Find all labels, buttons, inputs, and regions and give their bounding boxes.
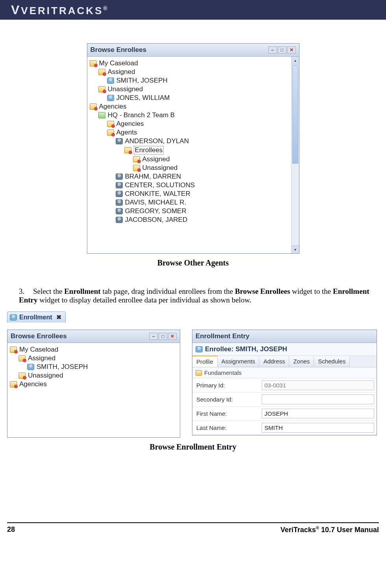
folder-icon — [133, 156, 140, 162]
tab-schedules[interactable]: Schedules — [314, 356, 350, 367]
tree-folder-enrollees-unassigned[interactable]: Unassigned — [133, 164, 290, 172]
tree-folder-assigned[interactable]: Assigned — [18, 354, 171, 363]
tree-folder-agents[interactable]: Agents — [107, 128, 290, 137]
tree-label-selected: Enrollees — [134, 146, 164, 155]
scroll-down-icon[interactable]: ▾ — [292, 245, 299, 253]
tree-label: Unassigned — [108, 85, 143, 93]
enrollee-tree[interactable]: My Caseload Assigned SMITH, JOSEPH Unass… — [89, 58, 299, 225]
step-text: widget to display detailed enrollee data… — [38, 296, 251, 304]
field-label: Primary Id: — [192, 379, 259, 391]
tree-agent-jacobson[interactable]: JACOBSON, JARED — [116, 216, 290, 224]
tree-label: ANDERSON, DYLAN — [125, 137, 189, 145]
tree-folder-sub-agencies[interactable]: Agencies — [107, 120, 290, 128]
tree-folder-enrollees-assigned[interactable]: Assigned — [133, 155, 290, 164]
close-icon[interactable]: ✕ — [168, 333, 177, 340]
step-text: widget to the — [290, 287, 333, 295]
brand-registered: ® — [103, 5, 107, 11]
agent-icon — [116, 208, 123, 214]
tab-assignments[interactable]: Assignments — [218, 356, 260, 367]
tab-label: Enrollment — [19, 314, 52, 321]
tree-agent-anderson[interactable]: ANDERSON, DYLAN — [116, 137, 290, 146]
first-name-input[interactable] — [262, 409, 374, 418]
tree-person-smith[interactable]: SMITH, JOSEPH — [27, 363, 171, 371]
tree-person-smith[interactable]: SMITH, JOSEPH — [107, 76, 290, 85]
tree-folder-unassigned[interactable]: Unassigned — [98, 85, 290, 94]
folder-icon — [124, 147, 131, 153]
panel-titlebar[interactable]: Browse Enrollees – □ ✕ — [7, 330, 180, 343]
step-text: tab page, drag individual enrollees from… — [101, 287, 235, 295]
enrollee-tree-small[interactable]: My Caseload Assigned SMITH, JOSEPH Unass… — [9, 345, 180, 389]
tree-label: GREGORY, SOMER — [125, 207, 187, 215]
tree-label: Agencies — [19, 380, 47, 388]
folder-icon — [98, 86, 105, 92]
folder-icon — [10, 381, 17, 387]
close-icon[interactable]: ✕ — [287, 46, 296, 53]
folder-icon — [107, 121, 114, 127]
tree-person-jones[interactable]: JONES, WILLIAM — [107, 94, 290, 102]
page-number: 28 — [7, 525, 15, 534]
step-bold: Browse Enrollees — [235, 287, 290, 295]
person-icon — [107, 77, 114, 84]
tree-folder-agencies[interactable]: Agencies — [10, 380, 171, 389]
scroll-thumb[interactable] — [292, 65, 298, 164]
tree-label: CENTER, SOLUTIONS — [125, 181, 195, 189]
tree-label: DAVIS, MICHAEL R. — [125, 199, 187, 206]
agent-icon — [116, 182, 123, 188]
primary-id-input — [262, 380, 374, 390]
vertical-scrollbar[interactable]: ▴ ▾ — [291, 57, 299, 253]
tab-close-icon[interactable]: ✖ — [56, 313, 61, 321]
tab-profile[interactable]: Profile — [192, 356, 218, 367]
folder-icon — [18, 372, 26, 379]
enrollment-tab[interactable]: Enrollment ✖ — [7, 312, 66, 323]
tree-agent-brahm[interactable]: BRAHM, DARREN — [116, 172, 290, 181]
minimize-icon[interactable]: – — [268, 46, 277, 53]
footer-product: VeriTracks® 10.7 User Manual — [281, 525, 379, 534]
tree-agent-center[interactable]: CENTER, SOLUTIONS — [116, 181, 290, 190]
panel-titlebar[interactable]: Enrollment Entry — [192, 330, 377, 343]
footer-product-name: VeriTracks — [281, 526, 316, 534]
tab-address[interactable]: Address — [259, 356, 289, 367]
tree-label: Assigned — [142, 155, 170, 163]
panel-title-text: Browse Enrollees — [11, 332, 67, 340]
tree-label: My Caseload — [99, 59, 138, 67]
maximize-icon[interactable]: □ — [278, 46, 286, 53]
tree-label: Agents — [116, 129, 137, 136]
tree-folder-my-caseload[interactable]: My Caseload — [10, 345, 171, 354]
step-number: 3. — [19, 287, 33, 296]
last-name-input[interactable] — [262, 423, 374, 433]
tree-org-hq[interactable]: HQ - Branch 2 Team B — [98, 111, 290, 120]
agent-icon — [116, 191, 123, 197]
maximize-icon[interactable]: □ — [159, 333, 167, 340]
footer-tail: 10.7 User Manual — [319, 526, 379, 534]
agent-icon — [116, 199, 123, 206]
fundamentals-section[interactable]: Fundamentals — [192, 367, 377, 378]
tree-label: Assigned — [28, 354, 55, 362]
field-label: Secondary Id: — [192, 393, 259, 406]
folder-icon — [90, 103, 97, 110]
agent-icon — [116, 173, 123, 180]
tree-agent-gregory[interactable]: GREGORY, SOMER — [116, 207, 290, 216]
scroll-up-icon[interactable]: ▴ — [292, 57, 299, 65]
field-label: First Name: — [192, 407, 259, 420]
tree-label: Unassigned — [142, 164, 178, 172]
section-icon — [196, 370, 202, 376]
tree-folder-my-caseload[interactable]: My Caseload — [90, 59, 290, 68]
figure-caption: Browse Enrollment Entry — [150, 442, 236, 452]
panel-titlebar[interactable]: Browse Enrollees – □ ✕ — [87, 44, 299, 57]
enrollee-name: Enrollee: SMITH, JOSEPH — [205, 345, 287, 353]
section-label: Fundamentals — [204, 369, 242, 376]
tree-label: SMITH, JOSEPH — [116, 77, 168, 85]
tree-folder-unassigned[interactable]: Unassigned — [18, 371, 171, 380]
tree-label: JACOBSON, JARED — [125, 216, 188, 224]
secondary-id-input[interactable] — [262, 394, 374, 404]
person-icon — [27, 364, 34, 370]
person-icon — [107, 95, 114, 101]
tree-folder-agencies[interactable]: Agencies — [90, 102, 290, 111]
tree-folder-enrollees-selected[interactable]: Enrollees — [124, 146, 290, 155]
footer-registered: ® — [316, 525, 319, 530]
tree-agent-cronkite[interactable]: CRONKITE, WALTER — [116, 190, 290, 198]
tree-folder-assigned[interactable]: Assigned — [98, 68, 290, 76]
minimize-icon[interactable]: – — [149, 333, 158, 340]
tree-agent-davis[interactable]: DAVIS, MICHAEL R. — [116, 198, 290, 207]
tab-zones[interactable]: Zones — [289, 356, 314, 367]
